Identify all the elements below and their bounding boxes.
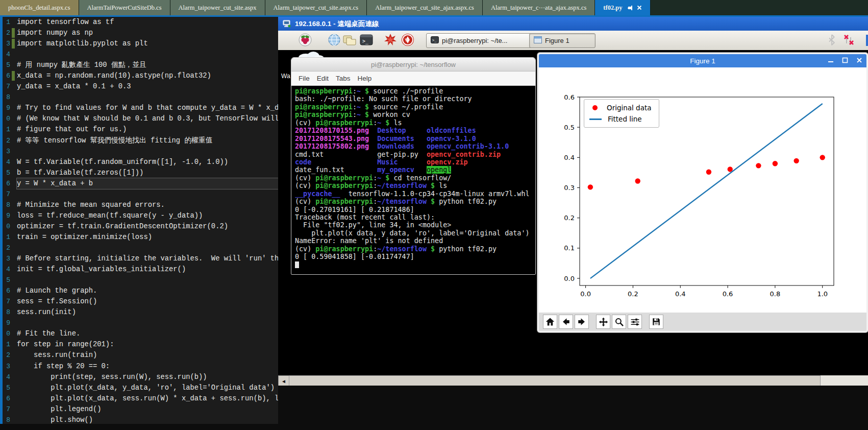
line-number: 8 [3, 92, 10, 103]
terminal-line: pi@raspberrypi:~ $ workon cv [295, 111, 535, 118]
code-line: 7y_data = x_data * 0.1 + 0.3 [0, 81, 278, 92]
file-tab-phooncls-detail-aspx-cs[interactable]: phoonCls_detail.aspx.cs [0, 0, 79, 15]
line-number: 7 [3, 81, 10, 92]
file-tab-tf02-py[interactable]: tf02.py [595, 0, 650, 15]
terminal-line: bash: ./~profile: No such file or direct… [295, 95, 535, 103]
code-line: 2import numpy as np [0, 28, 278, 38]
line-number: 3 [3, 253, 10, 264]
toolbar-home-icon[interactable] [543, 315, 557, 329]
terminal-menu-edit[interactable]: Edit [317, 75, 329, 82]
bluetooth-icon[interactable] [828, 34, 835, 49]
rdp-window-titlebar[interactable]: 192.168.0.1 - 遠端桌面連線 [278, 17, 868, 31]
code-text: # (We know that W should be 0.1 and b 0.… [17, 113, 278, 124]
file-tab-label: Alarm_taipower_c···ata_ajax.aspx.cs [491, 4, 586, 12]
toolbar-zoom-icon[interactable] [612, 315, 626, 329]
close-icon[interactable] [856, 57, 862, 65]
taskbar-button-figure[interactable]: Figure 1 [529, 33, 596, 48]
terminal-window[interactable]: pi@raspberrypi: ~/tensorflow FileEditTab… [291, 57, 536, 275]
line-number: 1 [3, 17, 10, 28]
code-text: W = tf.Variable(tf.random_uniform([1], -… [17, 157, 278, 168]
taskbar-button-terminal[interactable]: >_pi@raspberrypi: ~/te... [426, 33, 535, 48]
toolbar-back-icon[interactable] [559, 315, 573, 329]
scroll-left-button[interactable]: ◄ [278, 375, 289, 387]
code-line: 5 [0, 275, 278, 285]
terminal-line: 20171208170155.png Desktop oldconffiles [295, 127, 535, 134]
terminal-menu-file[interactable]: File [299, 75, 310, 82]
line-number: 9 [3, 103, 10, 113]
code-line: 2 sess.run(train) [0, 350, 278, 361]
code-text: sess = tf.Session() [17, 296, 278, 307]
terminal-line: 20171208175802.png Downloads opencv_cont… [295, 142, 535, 150]
rdp-horizontal-scrollbar[interactable]: ◄ [278, 375, 868, 386]
code-editor[interactable]: 1import tensorflow as tf2import numpy as… [0, 17, 278, 424]
plot-canvas[interactable]: 0.00.20.40.60.81.00.00.10.20.30.40.50.6 … [539, 67, 866, 313]
toolbar-configure-subplots-icon[interactable] [628, 315, 642, 329]
toolbar-forward-icon[interactable] [575, 315, 589, 329]
code-text: import tensorflow as tf [17, 17, 278, 28]
terminal-output[interactable]: pi@raspberrypi:~ $ source ./~profilebash… [291, 86, 535, 269]
code-text: # Try to find values for W and b that co… [17, 103, 278, 113]
code-line: 3 [0, 146, 278, 157]
line-number: 5 [3, 60, 10, 70]
terminal-title: pi@raspberrypi: ~/tensorflow [371, 61, 456, 68]
terminal-line: pi@raspberrypi:~ $ source ./~profile [295, 87, 535, 95]
line-number: 9 [3, 318, 10, 328]
code-text: y_data = x_data * 0.1 + 0.3 [17, 81, 278, 92]
terminal-titlebar[interactable]: pi@raspberrypi: ~/tensorflow [291, 58, 535, 71]
code-line-current: 6y = W * x_data + b [0, 178, 278, 189]
code-text: import matplotlib.pyplot as plt [17, 38, 278, 49]
code-line: 6x_data = np.random.rand(10).astype(np.f… [0, 70, 278, 81]
maximize-icon[interactable] [842, 57, 848, 65]
wastebasket-desktop-icon-label[interactable]: Wa [281, 73, 290, 80]
line-number: 0 [3, 221, 10, 232]
file-tab-alarm-taipower-cut-site-aspx-cs[interactable]: Alarm_taipower_cut_site.aspx.cs [265, 0, 367, 15]
editor-lines: 1import tensorflow as tf2import numpy as… [0, 17, 278, 424]
code-text: # Before starting, initialize the variab… [17, 253, 278, 264]
minimize-icon[interactable] [828, 57, 834, 65]
mathematica-icon[interactable] [383, 33, 398, 47]
file-tab-alarm-taipower-cut-site-ajax-aspx-cs[interactable]: Alarm_taipower_cut_site_ajax.aspx.cs [367, 0, 483, 15]
file-tab-alarmtaipowercutsitedb-cs[interactable]: AlarmTaiPowerCutSiteDb.cs [79, 0, 170, 15]
file-tab-alarm-taipower-c-ata-ajax-aspx-cs[interactable]: Alarm_taipower_c···ata_ajax.aspx.cs [483, 0, 595, 15]
file-tab-alarm-taipower-cut-site-aspx[interactable]: Alarm_taipower_cut_site.aspx [170, 0, 265, 15]
terminal-menubar: FileEditTabsHelp [291, 71, 535, 86]
code-text: plt.plot(x_data, y_data, 'ro', label='Or… [17, 383, 278, 393]
code-line: 3 if step % 20 == 0: [0, 361, 278, 372]
terminal-launcher-icon[interactable]: >_ [359, 33, 374, 47]
wolfram-icon[interactable] [401, 33, 415, 47]
code-line: 2 [0, 243, 278, 253]
tab-close-icon[interactable] [637, 5, 642, 10]
file-manager-icon[interactable] [342, 33, 357, 47]
code-text: train = optimizer.minimize(loss) [17, 232, 278, 243]
raspbian-taskbar: >_>_pi@raspberrypi: ~/te...Figure 1 [278, 31, 868, 51]
web-browser-icon[interactable] [327, 33, 341, 47]
terminal-menu-help[interactable]: Help [358, 75, 372, 82]
taskbar-button-label: pi@raspberrypi: ~/te... [442, 37, 507, 44]
figure-window-controls [828, 54, 862, 67]
rdp-window-title: 192.168.0.1 - 遠端桌面連線 [295, 19, 379, 29]
figure-title: Figure 1 [690, 57, 715, 65]
legend-label-original-data: Original data [607, 104, 652, 112]
code-line: 9loss = tf.reduce_mean(tf.square(y - y_d… [0, 210, 278, 221]
modified-line-indicator [12, 39, 15, 49]
svg-text:0.0: 0.0 [564, 275, 575, 282]
terminal-menu-tabs[interactable]: Tabs [336, 75, 351, 82]
code-line: 6 plt.plot(x_data, sess.run(W) * x_data … [0, 393, 278, 404]
figure-window[interactable]: Figure 1 0.00.20.40.60.81.00.00.10.20.30… [537, 53, 868, 332]
toolbar-save-icon[interactable] [649, 315, 663, 329]
rdp-scrollbar-thumb[interactable] [289, 375, 821, 387]
terminal-line: (cv) pi@raspberrypi:~/tensorflow $ pytho… [295, 198, 535, 205]
terminal-line: File "tf02.py", line 34, in <module> [295, 221, 535, 229]
line-number: 2 [3, 28, 10, 38]
toolbar-pan-icon[interactable] [596, 315, 610, 329]
svg-text:0.2: 0.2 [564, 214, 575, 222]
terminal-line: 0 [-0.27019161] [ 0.21871486] [295, 206, 535, 213]
terminal-line: (cv) pi@raspberrypi:~ $ cd tensorflow/ [295, 174, 535, 182]
figure-titlebar[interactable]: Figure 1 [539, 54, 866, 67]
line-number: 0 [3, 328, 10, 339]
raspberry-menu-icon[interactable] [298, 33, 312, 47]
code-line: 5 plt.plot(x_data, y_data, 'ro', label='… [0, 383, 278, 393]
pin-icon[interactable] [628, 5, 633, 11]
network-error-icon[interactable] [842, 34, 857, 49]
code-text: if step % 20 == 0: [17, 361, 278, 372]
